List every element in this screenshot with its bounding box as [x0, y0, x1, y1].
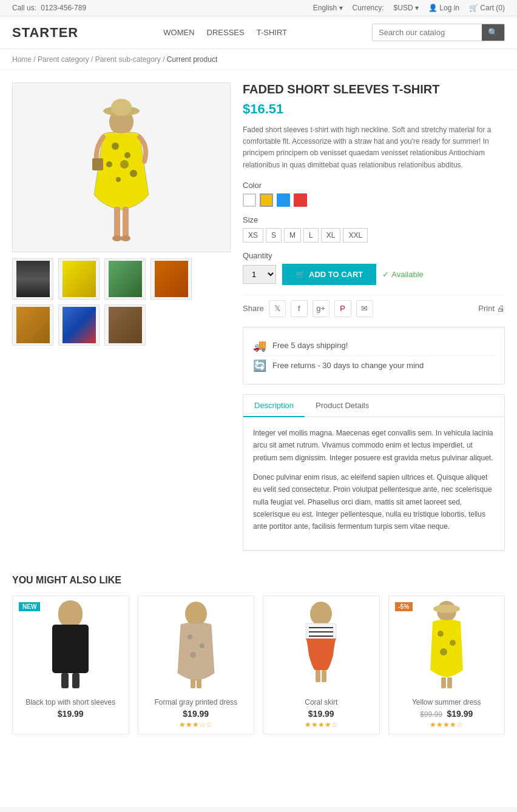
svg-point-11 [112, 235, 122, 241]
svg-point-20 [200, 643, 204, 648]
product-images [12, 82, 231, 551]
breadcrumb-current: Current product [167, 55, 217, 64]
share-row: Share 𝕏 f g+ P ✉ Print 🖨 [243, 295, 505, 317]
quantity-label: Quantity [243, 251, 505, 260]
thumb-6[interactable] [58, 304, 100, 346]
main-nav: WOMEN DRESSES T-SHIRT [163, 28, 287, 37]
size-xxl[interactable]: XXL [343, 228, 368, 243]
share-twitter[interactable]: 𝕏 [269, 300, 286, 317]
related-info-2: Formal gray printed dress $19.99 ★★★☆☆ [138, 693, 254, 734]
related-info-4: Yellow summer dress $99.99 $19.99 ★★★★☆ [389, 693, 505, 734]
svg-point-1 [112, 143, 119, 150]
quantity-select[interactable]: 1 2 3 4 5 [243, 265, 276, 284]
thumb-1[interactable] [12, 258, 53, 300]
tab-header: Description Product Details [243, 395, 504, 417]
nav-tshirt[interactable]: T-SHIRT [257, 28, 287, 37]
stars-3: ★★★★☆ [268, 720, 374, 729]
currency-selector[interactable]: $USD ▾ [394, 4, 419, 12]
site-logo[interactable]: STARTER [12, 25, 78, 41]
search-button[interactable]: 🔍 [482, 24, 504, 41]
thumb-7[interactable] [104, 304, 146, 346]
svg-point-35 [440, 648, 447, 656]
svg-point-19 [188, 634, 192, 639]
tab-content-description: Integer vel mollis magna. Maecenas eget … [243, 417, 504, 550]
related-card-4[interactable]: -5% Yellow summer dress $99.99 $19.9 [388, 596, 505, 734]
color-red[interactable] [294, 193, 307, 207]
related-section: YOU MIGHT ALSO LIKE NEW Black top with s… [0, 563, 517, 747]
nav-women[interactable]: WOMEN [163, 28, 194, 37]
related-price-1: $19.99 [18, 709, 124, 719]
product-tabs: Description Product Details Integer vel … [243, 394, 505, 551]
login-link[interactable]: 👤 Log in [428, 4, 459, 12]
svg-point-8 [111, 99, 132, 116]
color-blue[interactable] [277, 193, 290, 207]
share-google[interactable]: g+ [313, 300, 329, 317]
share-email[interactable]: ✉ [356, 300, 373, 317]
color-options [243, 193, 505, 207]
phone-number: 0123-456-789 [41, 4, 86, 12]
size-m[interactable]: M [284, 228, 301, 243]
top-bar: Call us: 0123-456-789 English ▾ Currency… [0, 0, 517, 16]
related-price-row-4: $99.99 $19.99 [394, 709, 500, 719]
tab-description[interactable]: Description [243, 395, 305, 417]
cart-link[interactable]: 🛒 Cart (0) [469, 4, 505, 12]
related-info-1: Black top with short sleeves $19.99 [13, 693, 129, 723]
description-paragraph-2: Donec pulvinar enim risus, ac eleifend s… [253, 471, 495, 533]
top-bar-right: English ▾ Currency: $USD ▾ 👤 Log in 🛒 Ca… [313, 4, 505, 12]
svg-rect-16 [61, 673, 69, 688]
breadcrumb-home[interactable]: Home [12, 55, 32, 64]
stars-4: ★★★★☆ [394, 720, 500, 729]
description-paragraph-1: Integer vel mollis magna. Maecenas eget … [253, 427, 495, 464]
thumb-5[interactable] [12, 304, 53, 346]
related-price-2: $19.99 [143, 709, 249, 719]
share-facebook[interactable]: f [291, 300, 308, 317]
related-card-1[interactable]: NEW Black top with short sleeves $19.99 [12, 596, 129, 734]
newsletter-section: Get our latest news and special sales SU… [0, 807, 517, 812]
size-label: Size [243, 215, 505, 224]
related-card-2[interactable]: Formal gray printed dress $19.99 ★★★☆☆ [138, 596, 255, 734]
svg-rect-10 [123, 207, 129, 237]
size-s[interactable]: S [266, 228, 282, 243]
svg-rect-15 [52, 625, 89, 673]
print-icon: 🖨 [497, 304, 505, 313]
search-input[interactable] [373, 24, 482, 41]
svg-rect-37 [447, 677, 452, 688]
svg-point-32 [433, 605, 460, 613]
sale-badge-4: -5% [395, 602, 413, 611]
truck-icon: 🚚 [253, 339, 266, 352]
related-card-3[interactable]: Coral skirt $19.99 ★★★★☆ [263, 596, 380, 734]
color-yellow[interactable] [260, 193, 273, 207]
stars-2: ★★★☆☆ [143, 720, 249, 729]
product-price: $16.51 [243, 101, 505, 117]
check-icon: ✓ [382, 270, 389, 279]
thumb-2[interactable] [58, 258, 100, 300]
svg-rect-29 [316, 670, 320, 682]
nav-dresses[interactable]: DRESSES [207, 28, 245, 37]
product-details: FADED SHORT SLEEVES T-SHIRT $16.51 Faded… [243, 82, 505, 551]
breadcrumb-subparent[interactable]: Parent sub-category [95, 55, 161, 64]
thumb-4[interactable] [150, 258, 192, 300]
size-xs[interactable]: XS [243, 228, 263, 243]
add-to-cart-button[interactable]: 🛒 ADD TO CART [282, 264, 376, 285]
color-label: Color [243, 181, 505, 190]
breadcrumb-parent[interactable]: Parent category [38, 55, 89, 64]
product-description: Faded short sleeves t-shirt with high ne… [243, 124, 505, 171]
print-section[interactable]: Print 🖨 [478, 304, 505, 313]
size-l[interactable]: L [303, 228, 319, 243]
new-badge-1: NEW [19, 602, 40, 611]
share-label: Share [243, 304, 264, 313]
share-pinterest[interactable]: P [334, 300, 351, 317]
tab-product-details[interactable]: Product Details [305, 395, 380, 417]
related-old-price-4: $99.99 [420, 710, 442, 719]
thumb-3[interactable] [104, 258, 146, 300]
language-selector[interactable]: English ▾ [313, 4, 343, 12]
svg-rect-36 [441, 677, 446, 688]
shipping-info: 🚚 Free 5 days shipping! 🔄 Free returns -… [243, 327, 505, 384]
svg-point-33 [438, 631, 444, 637]
size-xl[interactable]: XL [321, 228, 341, 243]
related-img-2 [138, 596, 254, 693]
svg-point-6 [120, 160, 129, 169]
color-white[interactable] [243, 193, 256, 207]
breadcrumb: Home / Parent category / Parent sub-cate… [0, 49, 517, 70]
main-product-image[interactable] [12, 82, 231, 252]
